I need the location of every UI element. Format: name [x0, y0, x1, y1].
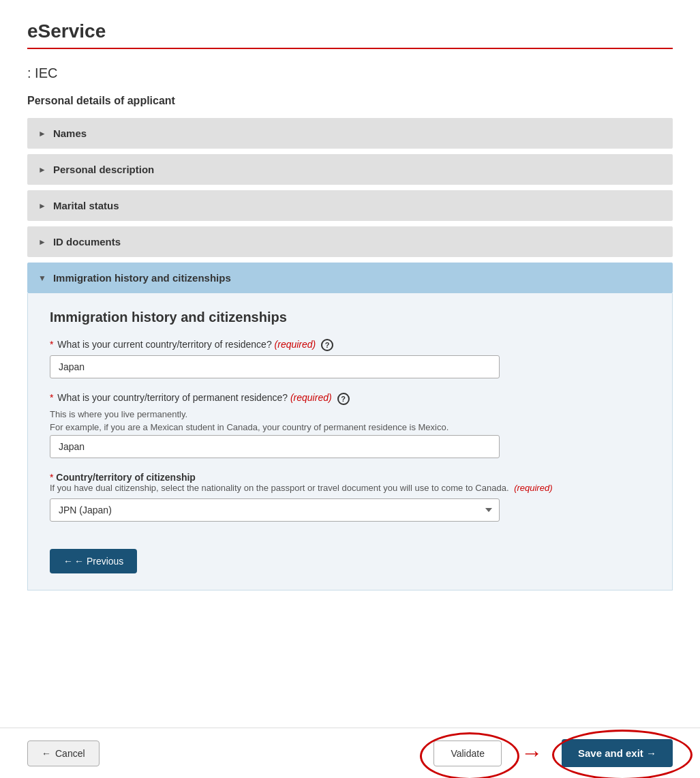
accordion-item-marital-status: ► Marital status	[27, 190, 673, 221]
required-text-1: (required)	[275, 339, 316, 350]
page-subtitle: : IEC	[27, 65, 673, 81]
field-citizenship: * Country/territory of citizenship If yo…	[50, 472, 650, 522]
accordion-label-names: Names	[53, 128, 87, 139]
title-divider	[27, 48, 673, 49]
chevron-right-icon: ►	[38, 201, 46, 211]
permanent-residence-hint1: This is where you live permanently.	[50, 409, 650, 419]
accordion-label-marital-status: Marital status	[53, 200, 119, 211]
required-text-2: (required)	[290, 392, 332, 403]
accordion-item-names: ► Names	[27, 118, 673, 149]
app-title: eService	[27, 20, 673, 42]
accordion-item-immigration: ▼ Immigration history and citizenships I…	[27, 263, 673, 590]
validate-circle: Validate	[433, 740, 502, 766]
validate-label: Validate	[451, 748, 485, 759]
accordion-body-immigration: Immigration history and citizenships * W…	[27, 293, 673, 590]
chevron-right-icon: ►	[38, 129, 46, 138]
footer-bar: ← Cancel Validate → Save and exit →	[0, 728, 700, 778]
save-exit-label: Save and exit →	[578, 747, 656, 759]
accordion-label-id-documents: ID documents	[53, 236, 121, 248]
permanent-residence-hint2: For example, if you are a Mexican studen…	[50, 422, 650, 432]
accordion-header-immigration[interactable]: ▼ Immigration history and citizenships	[27, 263, 673, 293]
accordion-header-names[interactable]: ► Names	[27, 118, 673, 149]
required-star-3: *	[50, 472, 53, 483]
page-heading: Personal details of applicant	[27, 95, 673, 107]
accordion-item-id-documents: ► ID documents	[27, 226, 673, 257]
accordion-label-personal-description: Personal description	[53, 164, 154, 175]
required-star-2: *	[50, 392, 53, 403]
cancel-arrow-icon: ←	[42, 748, 51, 759]
save-exit-circle: Save and exit →	[562, 739, 673, 767]
field-current-residence: * What is your current country/territory…	[50, 339, 650, 378]
current-residence-input[interactable]	[50, 355, 500, 378]
citizenship-desc: If you have dual citizenship, select the…	[50, 483, 650, 493]
arrow-right-icon: →	[521, 740, 543, 766]
accordion-container: ► Names ► Personal description ► Marital…	[27, 118, 673, 590]
permanent-residence-input[interactable]	[50, 435, 500, 458]
citizenship-label: Country/territory of citizenship	[56, 472, 196, 483]
field-permanent-residence-label: * What is your country/territory of perm…	[50, 392, 650, 404]
accordion-item-personal-description: ► Personal description	[27, 154, 673, 185]
accordion-header-marital-status[interactable]: ► Marital status	[27, 190, 673, 221]
citizenship-select[interactable]: JPN (Japan) USA (United States) CAN (Can…	[50, 498, 500, 522]
accordion-header-personal-description[interactable]: ► Personal description	[27, 154, 673, 185]
chevron-down-icon: ▼	[38, 273, 46, 283]
previous-button[interactable]: ← ← Previous	[50, 549, 137, 573]
accordion-label-immigration: Immigration history and citizenships	[53, 272, 231, 284]
validate-button[interactable]: Validate	[433, 740, 502, 766]
footer-right: Validate → Save and exit →	[433, 739, 673, 767]
save-exit-button[interactable]: Save and exit →	[562, 739, 673, 767]
accordion-header-id-documents[interactable]: ► ID documents	[27, 226, 673, 257]
chevron-right-icon: ►	[38, 237, 46, 247]
cancel-label: Cancel	[55, 748, 85, 759]
arrow-left-icon: ←	[63, 556, 73, 567]
required-star-1: *	[50, 339, 53, 350]
field-current-residence-label: * What is your current country/territory…	[50, 339, 650, 351]
cancel-button[interactable]: ← Cancel	[27, 740, 100, 766]
required-text-3: (required)	[514, 483, 552, 493]
form-section-title: Immigration history and citizenships	[50, 310, 650, 325]
field-permanent-residence: * What is your country/territory of perm…	[50, 392, 650, 458]
help-icon-2[interactable]: ?	[337, 393, 350, 405]
chevron-right-icon: ►	[38, 165, 46, 175]
help-icon-1[interactable]: ?	[321, 339, 333, 351]
